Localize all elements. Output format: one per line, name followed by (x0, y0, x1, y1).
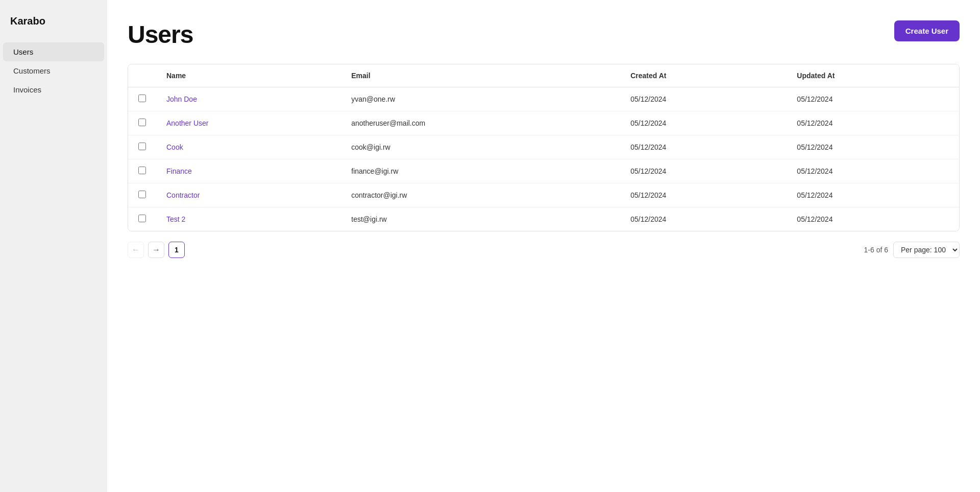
row-created-at-cell: 05/12/2024 (620, 207, 787, 231)
row-checkbox-5[interactable] (138, 215, 146, 222)
user-link-0[interactable]: John Doe (166, 95, 197, 103)
row-checkbox-4[interactable] (138, 191, 146, 198)
users-table: Name Email Created At Updated At John Do… (128, 64, 959, 231)
sidebar-item-invoices[interactable]: Invoices (3, 80, 104, 99)
table-row: Test 2test@igi.rw05/12/202405/12/2024 (128, 207, 959, 231)
row-updated-at-cell: 05/12/2024 (787, 207, 959, 231)
row-email-cell: contractor@igi.rw (341, 183, 620, 207)
app-logo: Karabo (0, 10, 107, 42)
row-updated-at-cell: 05/12/2024 (787, 159, 959, 183)
pagination-right: 1-6 of 6 Per page: 100 Per page: 50 Per … (864, 242, 960, 258)
row-checkbox-cell (128, 111, 156, 135)
row-name-cell: Another User (156, 111, 341, 135)
page-title: Users (128, 20, 193, 49)
row-checkbox-cell (128, 135, 156, 159)
pagination-left: ← → 1 (128, 242, 185, 258)
table-header-checkbox (128, 64, 156, 87)
row-email-cell: cook@igi.rw (341, 135, 620, 159)
sidebar-item-customers[interactable]: Customers (3, 61, 104, 80)
sidebar-item-label-customers: Customers (13, 66, 51, 75)
row-checkbox-cell (128, 87, 156, 111)
page-header: Users Create User (128, 20, 960, 49)
table-row: Financefinance@igi.rw05/12/202405/12/202… (128, 159, 959, 183)
user-link-5[interactable]: Test 2 (166, 215, 185, 223)
row-checkbox-2[interactable] (138, 143, 146, 150)
row-updated-at-cell: 05/12/2024 (787, 183, 959, 207)
pagination-next-button[interactable]: → (148, 242, 164, 258)
row-checkbox-0[interactable] (138, 95, 146, 102)
row-email-cell: test@igi.rw (341, 207, 620, 231)
row-email-cell: yvan@one.rw (341, 87, 620, 111)
row-checkbox-cell (128, 159, 156, 183)
row-checkbox-1[interactable] (138, 119, 146, 126)
main-content: Users Create User Name Email Created At … (107, 0, 980, 492)
row-created-at-cell: 05/12/2024 (620, 87, 787, 111)
pagination-total: 1-6 of 6 (864, 246, 888, 254)
row-name-cell: Test 2 (156, 207, 341, 231)
row-updated-at-cell: 05/12/2024 (787, 111, 959, 135)
sidebar-nav: Users Customers Invoices (0, 42, 107, 99)
sidebar-item-users[interactable]: Users (3, 42, 104, 61)
row-checkbox-cell (128, 207, 156, 231)
row-created-at-cell: 05/12/2024 (620, 159, 787, 183)
sidebar: Karabo Users Customers Invoices (0, 0, 107, 492)
row-created-at-cell: 05/12/2024 (620, 135, 787, 159)
table-header-email: Email (341, 64, 620, 87)
create-user-button[interactable]: Create User (894, 20, 960, 41)
table-row: Contractorcontractor@igi.rw05/12/202405/… (128, 183, 959, 207)
row-name-cell: Contractor (156, 183, 341, 207)
table-row: Cookcook@igi.rw05/12/202405/12/2024 (128, 135, 959, 159)
table-header-row: Name Email Created At Updated At (128, 64, 959, 87)
table-row: John Doeyvan@one.rw05/12/202405/12/2024 (128, 87, 959, 111)
sidebar-item-label-invoices: Invoices (13, 85, 41, 94)
row-updated-at-cell: 05/12/2024 (787, 135, 959, 159)
row-email-cell: anotheruser@mail.com (341, 111, 620, 135)
pagination-page-1[interactable]: 1 (168, 242, 185, 258)
row-created-at-cell: 05/12/2024 (620, 183, 787, 207)
table-header-created-at: Created At (620, 64, 787, 87)
pagination-bar: ← → 1 1-6 of 6 Per page: 100 Per page: 5… (128, 242, 960, 258)
row-created-at-cell: 05/12/2024 (620, 111, 787, 135)
user-link-4[interactable]: Contractor (166, 191, 200, 199)
sidebar-item-label-users: Users (13, 48, 33, 56)
user-link-1[interactable]: Another User (166, 119, 208, 127)
row-checkbox-cell (128, 183, 156, 207)
table-header-updated-at: Updated At (787, 64, 959, 87)
row-name-cell: Cook (156, 135, 341, 159)
table-header-name: Name (156, 64, 341, 87)
table-row: Another Useranotheruser@mail.com05/12/20… (128, 111, 959, 135)
users-table-container: Name Email Created At Updated At John Do… (128, 64, 960, 231)
row-name-cell: Finance (156, 159, 341, 183)
user-link-2[interactable]: Cook (166, 143, 183, 151)
user-link-3[interactable]: Finance (166, 167, 192, 175)
row-checkbox-3[interactable] (138, 167, 146, 174)
per-page-select[interactable]: Per page: 100 Per page: 50 Per page: 25 (893, 242, 960, 258)
row-email-cell: finance@igi.rw (341, 159, 620, 183)
row-updated-at-cell: 05/12/2024 (787, 87, 959, 111)
row-name-cell: John Doe (156, 87, 341, 111)
pagination-prev-button[interactable]: ← (128, 242, 144, 258)
